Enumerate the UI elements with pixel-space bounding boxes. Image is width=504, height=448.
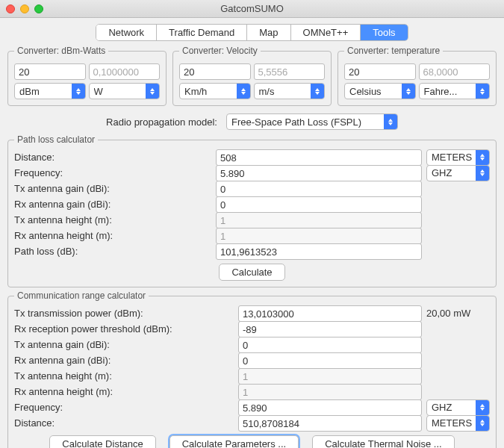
tab-tools[interactable]: Tools bbox=[361, 25, 407, 40]
txgain2-input[interactable]: 0 bbox=[238, 337, 422, 353]
close-icon[interactable] bbox=[6, 4, 15, 13]
select-value: GHZ bbox=[432, 402, 476, 413]
frequency2-input[interactable]: 5.890 bbox=[238, 399, 422, 416]
fahrenheit-unit-select[interactable]: Fahre... bbox=[419, 83, 491, 99]
celsius-unit-select[interactable]: Celsius bbox=[344, 83, 416, 99]
converter-dbm-watts-legend: Converter: dBm-Watts bbox=[14, 46, 108, 56]
tab-omnet[interactable]: OMNeT++ bbox=[291, 25, 361, 40]
distance-input[interactable]: 508 bbox=[216, 149, 422, 166]
rxheight2-label: Rx antenna height (m): bbox=[14, 386, 238, 397]
txpower-mw-note: 20,00 mW bbox=[426, 308, 490, 319]
tab-traffic-demand[interactable]: Traffic Demand bbox=[157, 25, 247, 40]
chevron-updown-icon bbox=[311, 84, 324, 99]
select-value: m/s bbox=[259, 86, 311, 97]
kmh-input[interactable]: 20 bbox=[179, 63, 251, 80]
radio-model-select[interactable]: Free-Space Path Loss (FSPL) bbox=[226, 113, 398, 130]
kmh-unit-select[interactable]: Km/h bbox=[179, 83, 251, 99]
rxgain-input[interactable]: 0 bbox=[216, 196, 422, 213]
frequency-input[interactable]: 5.890 bbox=[216, 165, 422, 181]
select-value: dBm bbox=[19, 86, 72, 97]
pathloss-output[interactable]: 101,9613523 bbox=[216, 243, 422, 260]
converter-temperature: Converter: temperature 20 68,0000 Celsiu… bbox=[337, 46, 497, 106]
frequency-label: Frequency: bbox=[14, 167, 216, 178]
txheight-input: 1 bbox=[216, 212, 422, 228]
rxheight2-input: 1 bbox=[238, 384, 422, 400]
chevron-updown-icon bbox=[476, 84, 489, 99]
select-value: W bbox=[94, 86, 146, 97]
frequency2-label: Frequency: bbox=[14, 402, 238, 413]
chevron-updown-icon bbox=[476, 400, 489, 415]
main-tabs: Network Traffic Demand Map OMNeT++ Tools bbox=[96, 24, 408, 41]
select-value: METERS bbox=[432, 417, 476, 429]
txheight-label: Tx antenna height (m): bbox=[14, 214, 216, 225]
rxheight-label: Rx antenna height (m): bbox=[14, 230, 216, 241]
frequency2-unit-select[interactable]: GHZ bbox=[426, 399, 490, 416]
chevron-updown-icon bbox=[476, 150, 489, 165]
rxthresh-input[interactable]: -89 bbox=[238, 321, 422, 337]
pathloss-group: Path loss calculator Distance: 508 METER… bbox=[7, 134, 497, 287]
chevron-updown-icon bbox=[146, 84, 159, 99]
converter-temperature-legend: Converter: temperature bbox=[344, 46, 443, 56]
txgain-input[interactable]: 0 bbox=[216, 181, 422, 197]
txheight2-label: Tx antenna height (m): bbox=[14, 370, 238, 382]
distance2-output[interactable]: 510,8708184 bbox=[238, 415, 422, 432]
chevron-updown-icon bbox=[402, 84, 415, 99]
converter-velocity-legend: Converter: Velocity bbox=[179, 46, 261, 56]
tab-network[interactable]: Network bbox=[96, 25, 157, 40]
dbm-input[interactable]: 20 bbox=[14, 63, 86, 80]
select-value: Fahre... bbox=[424, 86, 476, 97]
txheight2-input: 1 bbox=[238, 368, 422, 385]
chevron-updown-icon bbox=[476, 416, 489, 431]
converter-dbm-watts: Converter: dBm-Watts 20 0,1000000 dBm W bbox=[7, 46, 167, 106]
window-title: GatcomSUMO bbox=[6, 3, 498, 14]
watts-output[interactable]: 0,1000000 bbox=[89, 63, 161, 80]
rxgain-label: Rx antenna gain (dBi): bbox=[14, 199, 216, 210]
distance-unit-select[interactable]: METERS bbox=[426, 149, 490, 166]
rxgain2-label: Rx antenna gain (dBi): bbox=[14, 355, 238, 366]
txgain-label: Tx antenna gain (dBi): bbox=[14, 183, 216, 194]
select-value: Km/h bbox=[184, 86, 237, 97]
txpower-input[interactable]: 13,0103000 bbox=[238, 305, 422, 322]
tab-map[interactable]: Map bbox=[247, 25, 290, 40]
watts-unit-select[interactable]: W bbox=[89, 83, 161, 99]
minimize-icon[interactable] bbox=[20, 4, 29, 13]
chevron-updown-icon bbox=[237, 84, 250, 99]
commrange-legend: Communication range calculator bbox=[14, 290, 149, 301]
zoom-icon[interactable] bbox=[34, 4, 43, 13]
dbm-unit-select[interactable]: dBm bbox=[14, 83, 86, 99]
calculate-thermal-noise-button[interactable]: Calculate Thermal Noise ... bbox=[312, 435, 455, 448]
calculate-parameters-button[interactable]: Calculate Parameters ... bbox=[169, 435, 299, 448]
ms-unit-select[interactable]: m/s bbox=[254, 83, 326, 99]
select-value: Free-Space Path Loss (FSPL) bbox=[231, 116, 384, 128]
txpower-label: Tx transmission power (dBm): bbox=[14, 308, 238, 319]
rxgain2-input[interactable]: 0 bbox=[238, 352, 422, 369]
fahrenheit-output[interactable]: 68,0000 bbox=[419, 63, 491, 80]
select-value: METERS bbox=[432, 152, 476, 163]
frequency-unit-select[interactable]: GHZ bbox=[426, 165, 490, 181]
distance-label: Distance: bbox=[14, 152, 216, 163]
calculate-button[interactable]: Calculate bbox=[219, 264, 284, 281]
converter-velocity: Converter: Velocity 20 5,5556 Km/h m/s bbox=[172, 46, 332, 106]
celsius-input[interactable]: 20 bbox=[344, 63, 416, 80]
distance2-label: Distance: bbox=[14, 417, 238, 429]
chevron-updown-icon bbox=[476, 166, 489, 181]
rxthresh-label: Rx reception power threshold (dBm): bbox=[14, 323, 238, 335]
calculate-distance-button[interactable]: Calculate Distance bbox=[49, 435, 155, 448]
commrange-group: Communication range calculator Tx transm… bbox=[7, 290, 497, 448]
ms-output[interactable]: 5,5556 bbox=[254, 63, 326, 80]
rxheight-input: 1 bbox=[216, 228, 422, 244]
select-value: GHZ bbox=[432, 167, 476, 178]
chevron-updown-icon bbox=[72, 84, 85, 99]
txgain2-label: Tx antenna gain (dBi): bbox=[14, 339, 238, 350]
pathloss-legend: Path loss calculator bbox=[14, 134, 98, 145]
pathloss-label: Path loss (dB): bbox=[14, 246, 216, 257]
select-value: Celsius bbox=[349, 86, 402, 97]
chevron-updown-icon bbox=[384, 114, 397, 129]
distance2-unit-select[interactable]: METERS bbox=[426, 415, 490, 432]
radio-model-label: Radio propagation model: bbox=[106, 116, 217, 128]
